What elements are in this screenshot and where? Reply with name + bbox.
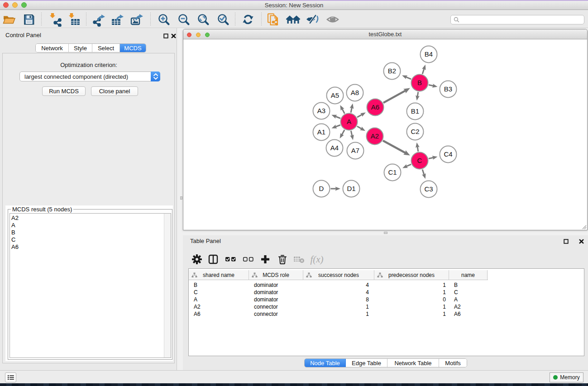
tab-style[interactable]: Style	[69, 44, 92, 52]
zoom-out-button[interactable]	[177, 13, 191, 26]
resize-grip-icon[interactable]	[582, 224, 587, 229]
table-row[interactable]: Bdominator41B	[189, 281, 584, 289]
graph-node-C1[interactable]: C1	[384, 164, 401, 181]
edge-A2-C[interactable]	[383, 141, 405, 153]
mcds-result-item[interactable]: B	[11, 229, 19, 236]
tab-motifs[interactable]: Motifs	[439, 359, 467, 367]
edge-A-A6[interactable]	[357, 114, 362, 117]
mcds-result-item[interactable]: A	[11, 222, 19, 229]
float-window-icon[interactable]	[163, 33, 168, 38]
table-row[interactable]: Cdominator41C	[189, 289, 584, 296]
table-row[interactable]: Adominator80A	[189, 296, 584, 303]
zoom-selected-button[interactable]	[216, 13, 230, 26]
import-table-button[interactable]	[67, 13, 81, 26]
tab-edge-table[interactable]: Edge Table	[346, 359, 387, 367]
refresh-button[interactable]	[241, 13, 255, 26]
graph-node-A2[interactable]: A2	[367, 128, 383, 145]
mcds-result-list[interactable]: A2ABCA6	[10, 213, 171, 358]
open-file-button[interactable]	[2, 13, 17, 26]
table-options-button[interactable]	[189, 253, 205, 266]
float-window-icon[interactable]	[563, 238, 569, 244]
graph-node-D[interactable]: D	[313, 181, 330, 197]
edge-C-C4[interactable]	[429, 157, 433, 158]
show-table-panel-button[interactable]	[206, 253, 221, 266]
column-header-predecessor-nodes[interactable]: predecessor nodes	[374, 270, 449, 280]
mcds-result-item[interactable]: A2	[11, 214, 19, 222]
close-panel-button[interactable]: Close panel	[91, 86, 138, 96]
graph-node-C4[interactable]: C4	[440, 146, 457, 163]
network-canvas[interactable]: AA1A2A3A4A5A6A7A8BB1B2B3B4CC1C2C3C4DD1	[183, 39, 587, 230]
edge-C-C2[interactable]	[417, 147, 418, 152]
hide-selected-button[interactable]	[306, 13, 320, 26]
graph-node-C3[interactable]: C3	[421, 181, 437, 198]
column-header-successor-nodes[interactable]: successor nodes	[303, 270, 374, 280]
edge-A-A4[interactable]	[342, 130, 344, 135]
graph-node-A5[interactable]: A5	[327, 87, 344, 104]
graph-node-A[interactable]: A	[341, 114, 358, 130]
mcds-result-item[interactable]: A6	[11, 243, 19, 251]
edge-A-A7[interactable]	[351, 131, 352, 136]
graph-node-A3[interactable]: A3	[313, 103, 330, 119]
save-session-button[interactable]	[22, 13, 36, 26]
node-table[interactable]: shared nameMCDS rolesuccessor nodesprede…	[188, 268, 584, 356]
graph-node-B1[interactable]: B1	[407, 103, 424, 120]
open-session-share-button[interactable]	[266, 13, 281, 26]
edge-A-A1[interactable]	[335, 125, 340, 127]
mcds-result-item[interactable]: C	[11, 236, 19, 243]
vertical-splitter-handle[interactable]	[180, 196, 182, 200]
table-row[interactable]: A2connector11A2	[189, 303, 584, 310]
tab-select[interactable]: Select	[92, 44, 120, 52]
graph-node-D1[interactable]: D1	[343, 181, 360, 197]
import-network-button[interactable]	[48, 13, 62, 26]
memory-button[interactable]: Memory	[550, 372, 583, 382]
tab-network[interactable]: Network	[36, 44, 69, 52]
tab-network-table[interactable]: Network Table	[387, 359, 439, 367]
edge-A-A8[interactable]	[351, 108, 352, 113]
graph-node-A8[interactable]: A8	[347, 85, 363, 101]
select-all-columns-button[interactable]	[223, 253, 239, 266]
graph-node-A4[interactable]: A4	[326, 140, 343, 157]
column-header-MCDS-role[interactable]: MCDS role	[249, 270, 303, 280]
task-history-button[interactable]	[5, 372, 16, 382]
graph-node-C2[interactable]: C2	[407, 124, 424, 140]
close-panel-icon[interactable]	[171, 33, 176, 38]
search-input[interactable]	[459, 16, 584, 24]
delete-columns-button[interactable]	[275, 253, 290, 266]
graph-node-A6[interactable]: A6	[367, 99, 384, 116]
edge-A-A5[interactable]	[342, 109, 345, 114]
table-row[interactable]: A6connector11A6	[189, 310, 584, 318]
function-builder-button[interactable]: f(x)	[309, 253, 325, 266]
graph-node-B2[interactable]: B2	[384, 63, 401, 80]
tab-mcds[interactable]: MCDS	[120, 44, 146, 52]
export-image-button[interactable]	[130, 13, 144, 26]
graph-node-B3[interactable]: B3	[440, 81, 457, 98]
delete-table-button[interactable]	[292, 253, 307, 266]
horizontal-splitter-handle[interactable]	[384, 232, 387, 234]
graph-node-B[interactable]: B	[411, 75, 428, 91]
add-column-button[interactable]	[258, 253, 273, 266]
graph-node-C[interactable]: C	[411, 152, 428, 169]
edge-B-B1[interactable]	[417, 92, 418, 96]
column-header-shared-name[interactable]: shared name	[189, 270, 249, 280]
show-selected-button[interactable]	[326, 13, 340, 26]
edge-A6-B[interactable]	[383, 91, 406, 103]
edge-B-B2[interactable]	[406, 77, 411, 79]
edge-B-B3[interactable]	[429, 85, 433, 86]
graph-node-A7[interactable]: A7	[347, 143, 364, 159]
close-panel-icon[interactable]	[578, 238, 584, 244]
search-field[interactable]	[450, 15, 584, 24]
tab-node-table[interactable]: Node Table	[305, 359, 346, 367]
edge-A-A3[interactable]	[335, 116, 340, 118]
result-list-scrollbar[interactable]	[164, 214, 171, 357]
edge-B-B4[interactable]	[422, 69, 424, 74]
column-header-name[interactable]: name	[449, 270, 488, 280]
export-network-button[interactable]	[92, 13, 106, 26]
zoom-in-button[interactable]	[157, 13, 171, 26]
unselect-all-columns-button[interactable]	[241, 253, 256, 266]
edge-C-C3[interactable]	[422, 170, 424, 175]
edge-C-C1[interactable]	[406, 164, 411, 167]
edge-A-A2[interactable]	[357, 126, 362, 129]
export-table-button[interactable]	[110, 13, 125, 26]
graph-node-A1[interactable]: A1	[313, 124, 330, 141]
zoom-fit-button[interactable]	[196, 13, 210, 26]
